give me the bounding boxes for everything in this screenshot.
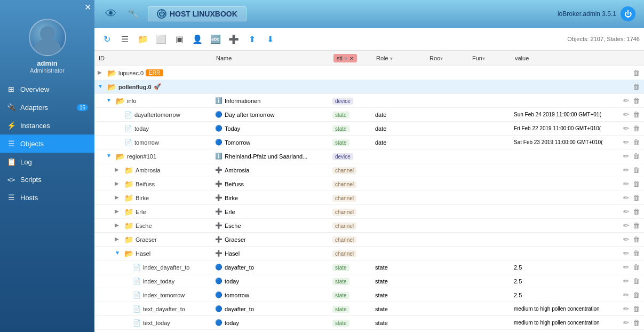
delete-button[interactable]: 🗑 bbox=[632, 318, 641, 327]
col-header-func[interactable]: Fun▾ bbox=[468, 51, 511, 66]
name-icon: ➕ bbox=[215, 208, 222, 215]
edit-button[interactable]: ✏ bbox=[622, 165, 630, 175]
col-header-role[interactable]: Role ▾ bbox=[372, 51, 425, 66]
col-header-state[interactable]: sti ▾ ✕ bbox=[329, 51, 372, 66]
user-button[interactable]: 👤 bbox=[189, 31, 205, 47]
delete-button[interactable]: 🗑 bbox=[632, 249, 641, 258]
host-button[interactable]: ⏻ HOST LINUXBOOK bbox=[148, 6, 247, 21]
edit-button[interactable]: ✏ bbox=[622, 235, 630, 244]
sidebar-close-button[interactable]: ✕ bbox=[84, 2, 91, 12]
empty-cells bbox=[372, 177, 617, 191]
room-cell bbox=[425, 66, 468, 80]
sidebar-item-objects[interactable]: ☰ Objects bbox=[0, 135, 94, 153]
delete-button[interactable]: 🗑 bbox=[632, 82, 641, 91]
edit-button[interactable]: ✏ bbox=[622, 276, 630, 286]
delete-button[interactable]: 🗑 bbox=[632, 110, 641, 119]
delete-button[interactable]: 🗑 bbox=[632, 193, 641, 202]
refresh-button[interactable]: ↻ bbox=[99, 31, 115, 47]
room-cell bbox=[425, 122, 468, 136]
edit-button[interactable]: ✏ bbox=[622, 110, 630, 119]
delete-button[interactable]: 🗑 bbox=[632, 276, 641, 286]
expand-icon[interactable]: ▼ bbox=[106, 153, 114, 160]
edit-button[interactable]: ✏ bbox=[622, 249, 630, 258]
name-icon: 🔵 bbox=[215, 139, 222, 146]
expand-icon[interactable]: ▶ bbox=[115, 208, 122, 216]
edit-button[interactable]: ✏ bbox=[622, 290, 630, 299]
edit-button[interactable]: ✏ bbox=[622, 207, 630, 216]
edit-button[interactable]: ✏ bbox=[622, 179, 630, 188]
expand-icon[interactable]: ▶ bbox=[115, 236, 122, 243]
power-button[interactable]: ⏻ bbox=[621, 6, 635, 21]
table-row: ▶ 📁 Birke ➕ Birke channel ✏ 🗑 bbox=[94, 191, 644, 205]
upload-button[interactable]: ⬆ bbox=[244, 31, 260, 47]
split-view-button[interactable]: ⬜ bbox=[153, 31, 169, 47]
actions-cell: ✏ 🗑 bbox=[617, 122, 644, 136]
state-cell: state bbox=[329, 136, 372, 149]
delete-button[interactable]: 🗑 bbox=[632, 290, 641, 299]
expand-icon[interactable]: ▼ bbox=[115, 250, 122, 257]
delete-button[interactable]: 🗑 bbox=[632, 179, 641, 188]
edit-button[interactable]: ✏ bbox=[622, 138, 630, 147]
sidebar-item-instances[interactable]: ⚡ Instances bbox=[0, 116, 94, 135]
sidebar-item-log[interactable]: 📋 Log bbox=[0, 153, 94, 171]
edit-button[interactable]: ✏ bbox=[622, 96, 630, 105]
expand-icon[interactable]: ▶ bbox=[115, 194, 122, 202]
sidebar-item-label: Log bbox=[20, 158, 32, 166]
expand-icon[interactable]: ▶ bbox=[115, 167, 122, 174]
expand-icon[interactable]: ▼ bbox=[98, 83, 105, 91]
role-cell bbox=[372, 149, 425, 163]
expand-icon[interactable]: ▶ bbox=[115, 180, 122, 188]
list-view-button[interactable]: ☰ bbox=[117, 31, 133, 47]
id-cell: ▼ 📂 region#101 bbox=[94, 149, 212, 163]
edit-button[interactable]: ✏ bbox=[622, 318, 630, 327]
table-row: ▶ 📁 Ambrosia ➕ Ambrosia channel ✏ bbox=[94, 163, 644, 177]
sidebar-item-adapters[interactable]: 🔌 Adapters 16 bbox=[0, 98, 94, 116]
table-row: ▶ 📄 index_tomorrow 🔵 tomorrow state stat… bbox=[94, 288, 644, 302]
name-cell: 🔵 dayafter_to bbox=[212, 260, 329, 274]
name-text: dayafter_to bbox=[225, 264, 254, 271]
edit-button[interactable]: ✏ bbox=[622, 304, 630, 313]
delete-button[interactable]: 🗑 bbox=[632, 235, 641, 244]
value-cell: Fri Feb 22 2019 11:00:00 GMT+010( bbox=[511, 122, 617, 136]
delete-button[interactable]: 🗑 bbox=[632, 304, 641, 313]
delete-button[interactable]: 🗑 bbox=[632, 96, 641, 105]
value-cell: 2.5 bbox=[511, 260, 617, 274]
delete-button[interactable]: 🗑 bbox=[632, 138, 641, 147]
delete-button[interactable]: 🗑 bbox=[632, 207, 641, 216]
state-filter[interactable]: sti ▾ ✕ bbox=[333, 54, 368, 62]
eye-button[interactable]: 👁 bbox=[103, 6, 119, 22]
name-text: Esche bbox=[225, 223, 241, 229]
sidebar-item-hosts[interactable]: ☰ Hosts bbox=[0, 188, 94, 207]
col-header-room[interactable]: Roo▾ bbox=[425, 51, 468, 66]
state-badge: channel bbox=[332, 209, 356, 216]
delete-button[interactable]: 🗑 bbox=[632, 124, 641, 133]
wrench-button[interactable]: 🔧 bbox=[125, 6, 141, 22]
edit-button[interactable]: ✏ bbox=[622, 221, 630, 230]
delete-button[interactable]: 🗑 bbox=[632, 152, 641, 161]
edit-button[interactable]: ✏ bbox=[622, 152, 630, 161]
actions-cell: ✏ 🗑 bbox=[617, 136, 644, 149]
expand-icon[interactable]: ▶ bbox=[115, 222, 122, 230]
name-cell: 🔵 Day after tomorrow bbox=[212, 108, 329, 122]
table-row: ▶ 📄 today 🔵 Today state date Fri Feb 22 … bbox=[94, 122, 644, 136]
delete-button[interactable]: 🗑 bbox=[632, 221, 641, 230]
rocket-icon: 🚀 bbox=[154, 83, 161, 90]
sidebar-item-scripts[interactable]: <> Scripts bbox=[0, 171, 94, 188]
sort-button[interactable]: 🔤 bbox=[208, 31, 224, 47]
expand-icon[interactable]: ▼ bbox=[106, 97, 114, 105]
download-button[interactable]: ⬇ bbox=[262, 31, 278, 47]
topbar: 👁 🔧 ⏻ HOST LINUXBOOK ioBroker.admin 3.5.… bbox=[94, 0, 644, 28]
delete-button[interactable]: 🗑 bbox=[632, 263, 641, 272]
delete-button[interactable]: 🗑 bbox=[632, 165, 641, 175]
filter-button[interactable]: ▣ bbox=[171, 31, 187, 47]
folder-view-button[interactable]: 📁 bbox=[135, 31, 151, 47]
expand-icon[interactable]: ▶ bbox=[98, 69, 105, 77]
filter-clear-button[interactable]: ✕ bbox=[349, 56, 354, 61]
add-button[interactable]: ➕ bbox=[226, 31, 242, 47]
delete-button[interactable]: 🗑 bbox=[632, 68, 641, 77]
sidebar-item-overview[interactable]: ⊞ Overview bbox=[0, 80, 94, 98]
edit-button[interactable]: ✏ bbox=[622, 124, 630, 133]
edit-button[interactable]: ✏ bbox=[622, 193, 630, 202]
folder-icon: 📁 bbox=[124, 194, 133, 202]
edit-button[interactable]: ✏ bbox=[622, 263, 630, 272]
